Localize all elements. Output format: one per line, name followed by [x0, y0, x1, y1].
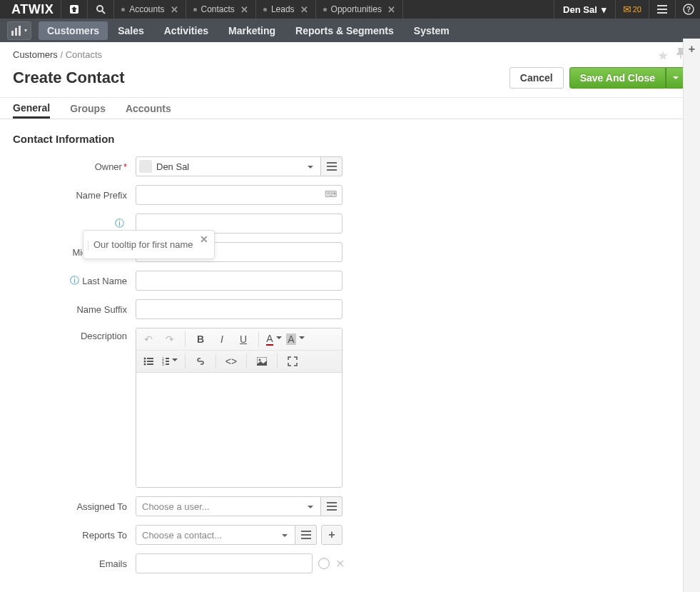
info-icon[interactable]: ⓘ — [115, 217, 124, 230]
tab-leads[interactable]: Leads✕ — [256, 0, 316, 19]
tooltip: Our tooltip for first name ✕ — [83, 230, 215, 259]
brand-logo: ATWIX — [4, 2, 61, 17]
user-name: Den Sal — [563, 4, 597, 15]
last-name-label: Last Name — [82, 276, 127, 286]
last-name-input[interactable] — [136, 271, 343, 291]
breadcrumb-current: Contacts — [66, 49, 102, 60]
numbered-list-icon[interactable]: 123 — [162, 353, 178, 369]
save-and-close-button[interactable]: Save And Close — [569, 67, 666, 89]
svg-rect-28 — [327, 502, 337, 503]
nav-customers[interactable]: Customers — [39, 21, 108, 40]
close-icon[interactable]: ✕ — [240, 4, 248, 15]
svg-rect-30 — [327, 509, 337, 511]
svg-rect-15 — [147, 358, 153, 359]
svg-rect-12 — [327, 166, 337, 167]
svg-point-14 — [144, 358, 146, 360]
svg-point-18 — [144, 363, 146, 366]
close-icon[interactable]: ✕ — [300, 4, 308, 15]
close-icon[interactable]: ✕ — [387, 4, 395, 15]
tooltip-close-icon[interactable]: ✕ — [200, 234, 208, 245]
italic-icon[interactable]: I — [214, 331, 230, 347]
tab-opportunities[interactable]: Opportunities✕ — [316, 0, 403, 19]
name-prefix-input[interactable] — [136, 185, 343, 205]
svg-point-1 — [97, 6, 103, 11]
email-input[interactable] — [136, 553, 313, 573]
breadcrumb-parent[interactable]: Customers — [13, 49, 58, 60]
hamburger-icon[interactable] — [654, 2, 671, 16]
required-marker: * — [123, 161, 127, 172]
bold-icon[interactable]: B — [193, 331, 208, 347]
tabs: General Groups Accounts — [0, 98, 700, 119]
assigned-to-dropdown[interactable]: Choose a user... — [136, 496, 321, 516]
tab-accounts[interactable]: Accounts — [126, 103, 171, 119]
underline-icon[interactable]: U — [235, 331, 251, 347]
reports-to-dropdown[interactable]: Choose a contact... — [136, 525, 295, 545]
badge-count: 20 — [633, 5, 641, 14]
name-suffix-input[interactable] — [136, 299, 343, 319]
svg-rect-23 — [166, 361, 169, 362]
tab-contacts[interactable]: Contacts✕ — [186, 0, 256, 19]
tab-accounts[interactable]: Accounts✕ — [114, 0, 186, 19]
svg-rect-4 — [657, 9, 667, 10]
close-icon[interactable]: ✕ — [171, 4, 178, 15]
email-primary-radio[interactable] — [318, 558, 330, 569]
add-panel-button[interactable]: + — [684, 39, 700, 56]
tab-groups[interactable]: Groups — [70, 103, 106, 119]
owner-value: Den Sal — [156, 161, 189, 172]
description-textarea[interactable] — [136, 373, 342, 487]
svg-line-2 — [102, 11, 105, 14]
tab-label: Accounts — [129, 4, 164, 14]
bullet-list-icon[interactable] — [141, 353, 156, 369]
bg-color-icon[interactable]: A — [288, 331, 303, 347]
svg-rect-32 — [301, 534, 311, 536]
svg-rect-25 — [166, 363, 169, 365]
nav-activities[interactable]: Activities — [154, 19, 218, 42]
undo-icon[interactable]: ↶ — [141, 331, 156, 347]
svg-rect-31 — [301, 531, 311, 532]
link-icon[interactable] — [193, 353, 208, 369]
section-title: Contact Information — [13, 133, 654, 145]
svg-rect-29 — [327, 506, 337, 507]
search-icon[interactable] — [92, 2, 109, 16]
owner-list-button[interactable] — [321, 156, 343, 176]
info-icon[interactable]: ⓘ — [70, 274, 79, 287]
tab-general[interactable]: General — [13, 102, 50, 119]
notifications-badge[interactable]: ✉20 — [615, 0, 649, 19]
assigned-to-list-button[interactable] — [321, 496, 343, 516]
svg-point-16 — [144, 361, 146, 363]
dashboard-icon[interactable]: ▾ — [7, 21, 31, 40]
nav-sales[interactable]: Sales — [108, 19, 154, 42]
cancel-button[interactable]: Cancel — [509, 67, 564, 89]
name-suffix-label: Name Suffix — [76, 304, 127, 315]
reports-to-label: Reports To — [82, 530, 127, 541]
svg-rect-21 — [166, 358, 169, 359]
page-title: Create Contact — [13, 69, 124, 87]
user-menu[interactable]: Den Sal▾ — [554, 0, 615, 19]
svg-text:3: 3 — [162, 362, 164, 366]
main-nav: ▾ Customers Sales Activities Marketing R… — [0, 19, 700, 42]
envelope-icon: ✉ — [623, 4, 631, 15]
owner-dropdown[interactable]: Den Sal — [136, 156, 321, 176]
right-sidebar: + — [683, 39, 700, 592]
svg-rect-11 — [327, 162, 337, 164]
star-icon[interactable]: ★ — [657, 48, 669, 64]
email-remove-icon[interactable]: ✕ — [335, 557, 345, 571]
shortcut-icon[interactable] — [66, 2, 83, 16]
nav-system[interactable]: System — [404, 19, 460, 42]
help-icon[interactable]: ? — [680, 2, 697, 16]
text-color-icon[interactable]: A — [266, 331, 282, 347]
nav-reports-segments[interactable]: Reports & Segments — [285, 19, 404, 42]
svg-rect-13 — [327, 169, 337, 171]
reports-to-add-button[interactable]: + — [321, 525, 343, 545]
image-icon[interactable] — [254, 353, 270, 369]
keyboard-icon: ⌨ — [325, 189, 337, 199]
fullscreen-icon[interactable] — [285, 353, 300, 369]
content-scroll[interactable]: Contact Information Owner* Den Sal Name … — [0, 120, 683, 592]
reports-to-placeholder: Choose a contact... — [142, 530, 222, 541]
svg-rect-17 — [147, 361, 153, 362]
redo-icon[interactable]: ↷ — [162, 331, 178, 347]
nav-marketing[interactable]: Marketing — [218, 19, 285, 42]
svg-rect-19 — [147, 363, 153, 365]
code-icon[interactable]: <> — [223, 353, 239, 369]
reports-to-list-button[interactable] — [295, 525, 317, 545]
